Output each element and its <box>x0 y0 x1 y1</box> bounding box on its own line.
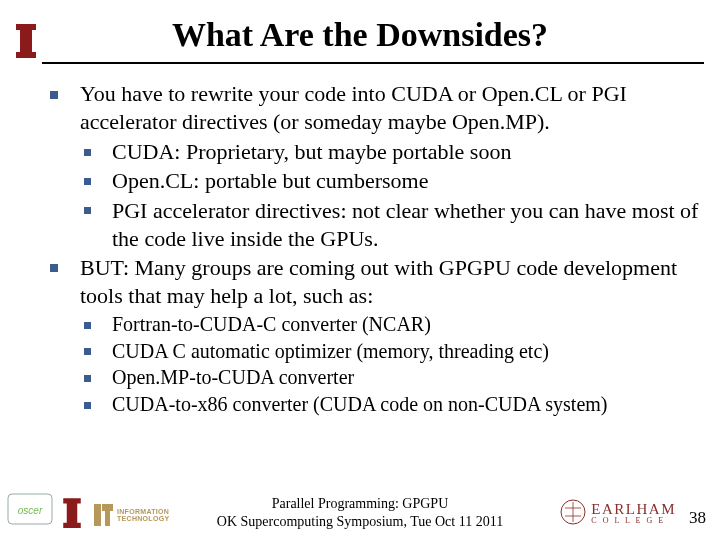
bullet-text: Fortran-to-CUDA-C converter (NCAR) <box>112 313 431 335</box>
bullet-square-icon <box>84 402 91 409</box>
bullet-text: Open.CL: portable but cumbersome <box>112 168 428 193</box>
bullet-text: BUT: Many groups are coming out with GPG… <box>80 255 677 308</box>
bullet-square-icon <box>50 91 58 99</box>
slide-body: You have to rewrite your code into CUDA … <box>50 80 700 419</box>
slide: What Are the Downsides? You have to rewr… <box>0 0 720 540</box>
bullet-level-2: CUDA-to-x86 converter (CUDA code on non-… <box>50 392 700 418</box>
bullet-level-2: Fortran-to-CUDA-C converter (NCAR) <box>50 312 700 338</box>
page-number: 38 <box>689 508 706 528</box>
bullet-level-2: CUDA: Proprietary, but maybe portable so… <box>50 138 700 166</box>
slide-title: What Are the Downsides? <box>0 16 720 54</box>
bullet-level-1: BUT: Many groups are coming out with GPG… <box>50 254 700 310</box>
bullet-square-icon <box>84 322 91 329</box>
bullet-text: CUDA: Proprietary, but maybe portable so… <box>112 139 511 164</box>
bullet-level-2: Open.CL: portable but cumbersome <box>50 167 700 195</box>
bullet-text: CUDA C automatic optimizer (memory, thre… <box>112 340 549 362</box>
bullet-square-icon <box>84 375 91 382</box>
ou-logo-icon <box>10 22 42 60</box>
earlham-logo-icon: EARLHAM C O L L E G E <box>559 498 676 526</box>
earlham-text: EARLHAM C O L L E G E <box>591 500 676 525</box>
bullet-square-icon <box>84 149 91 156</box>
bullet-square-icon <box>84 207 91 214</box>
bullet-text: CUDA-to-x86 converter (CUDA code on non-… <box>112 393 607 415</box>
bullet-level-1: You have to rewrite your code into CUDA … <box>50 80 700 136</box>
bullet-square-icon <box>84 348 91 355</box>
bullet-level-2: Open.MP-to-CUDA converter <box>50 365 700 391</box>
bullet-level-2: PGI accelerator directives: not clear wh… <box>50 197 700 253</box>
bullet-level-2: CUDA C automatic optimizer (memory, thre… <box>50 339 700 365</box>
bullet-square-icon <box>50 264 58 272</box>
bullet-text: Open.MP-to-CUDA converter <box>112 366 354 388</box>
bullet-text: You have to rewrite your code into CUDA … <box>80 81 627 134</box>
title-area: What Are the Downsides? <box>0 0 720 54</box>
bullet-text: PGI accelerator directives: not clear wh… <box>112 198 698 251</box>
bullet-square-icon <box>84 178 91 185</box>
footer: oscer INFORMATION TECHNOLOGY Parallel Pr… <box>0 484 720 536</box>
title-rule <box>42 62 704 64</box>
